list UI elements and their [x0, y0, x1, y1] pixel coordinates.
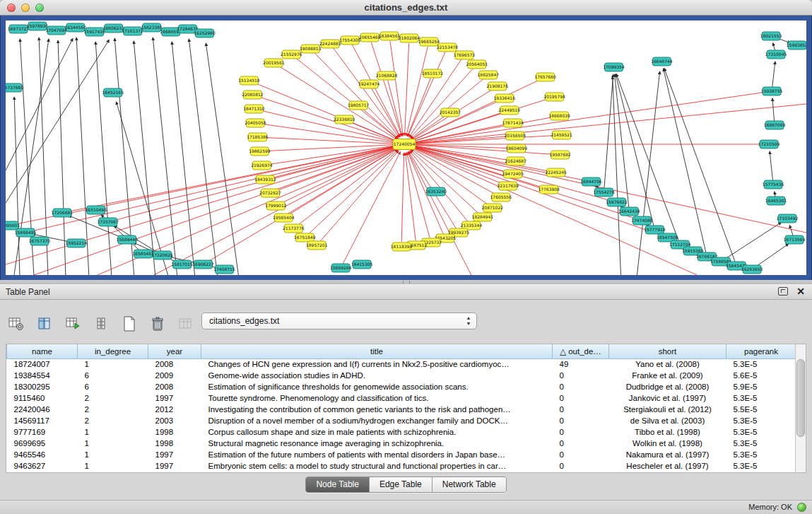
graph-node[interactable]: 17871434 [502, 119, 524, 127]
graph-node[interactable]: 16415305 [351, 260, 373, 269]
graph-node[interactable]: 18604099 [506, 144, 528, 153]
table-scrollbar-thumb[interactable] [796, 359, 805, 437]
graph-node[interactable]: 16465301 [765, 197, 787, 205]
graph-node[interactable]: 16510496 [86, 206, 107, 214]
table-row[interactable]: 969969511998Structural magnetic resonanc… [7, 438, 796, 449]
graph-node[interactable]: 19565404 [273, 214, 295, 222]
graph-node[interactable]: 16757370 [29, 237, 51, 245]
row-tools-icon[interactable] [92, 315, 110, 333]
graph-node[interactable]: 22449518 [499, 106, 521, 115]
graph-node[interactable]: 18510172 [422, 69, 444, 78]
graph-node[interactable]: 17474080 [631, 216, 653, 225]
graph-node[interactable]: 19472405 [502, 170, 524, 178]
graph-node[interactable]: 15952214 [66, 239, 88, 247]
graph-node[interactable]: 15866495 [15, 228, 37, 237]
graph-node[interactable]: 17210509 [758, 140, 780, 148]
graph-node[interactable]: 18957201 [306, 241, 328, 250]
table-row[interactable]: 946554611997Estimation of the future num… [7, 449, 796, 460]
float-panel-icon[interactable] [778, 287, 788, 296]
graph-node[interactable]: 20564051 [466, 60, 488, 69]
graph-node[interactable]: 20405058 [245, 119, 266, 127]
table-row[interactable]: 977716911998Corpus callosum shape and si… [7, 426, 796, 438]
table-options-icon[interactable] [7, 315, 25, 333]
graph-node[interactable]: 22424883 [319, 40, 341, 48]
graph-node[interactable]: 17999012 [265, 201, 287, 210]
graph-node[interactable]: 16252980 [194, 29, 216, 37]
graph-node[interactable]: 15938755 [761, 87, 783, 95]
graph-node[interactable]: 22336810 [334, 115, 355, 124]
graph-node[interactable]: 16021553 [760, 32, 782, 40]
graph-node[interactable]: 18439313 [254, 175, 276, 184]
graph-node[interactable]: 22060812 [242, 90, 264, 99]
graph-node[interactable]: 16642438 [618, 207, 640, 216]
delete-table-icon[interactable] [148, 315, 167, 333]
graph-node[interactable]: 17357067 [98, 218, 119, 226]
graph-node[interactable]: 15689440 [116, 235, 138, 244]
network-canvas[interactable]: 1513451822060812184713102040505817185386… [6, 21, 806, 275]
graph-node[interactable]: 22153478 [437, 43, 459, 52]
graph-node[interactable]: 21552976 [281, 50, 302, 59]
splitter-grip[interactable] [403, 281, 410, 284]
table-row[interactable]: 1456911722003Disruption of a novel membe… [7, 415, 796, 426]
graph-node[interactable]: 17605556 [490, 193, 512, 201]
graph-node[interactable]: 16648744 [651, 57, 673, 66]
tab-network-table[interactable]: Network Table [433, 477, 506, 492]
table-scrollbar[interactable] [795, 344, 806, 473]
graph-node[interactable]: 17310045 [765, 50, 787, 59]
graph-node[interactable]: 19587682 [549, 151, 571, 159]
graph-node[interactable]: 15775436 [763, 180, 784, 189]
graph-node[interactable]: 22317639 [498, 182, 519, 190]
new-table-icon[interactable] [120, 315, 139, 333]
graph-node[interactable]: 20655469 [359, 33, 381, 42]
graph-node[interactable]: 15817015 [171, 260, 193, 269]
graph-node[interactable]: 17554278 [593, 188, 615, 197]
graph-node[interactable]: 20019561 [263, 59, 285, 67]
graph-node[interactable]: 17103492 [777, 214, 799, 223]
table-row[interactable]: 946362711997Embryonic stem cells: a mode… [7, 460, 796, 472]
graph-node[interactable]: 16353240 [425, 187, 447, 196]
column-header-2[interactable]: year [148, 344, 201, 358]
table-row[interactable]: 1830029562008Estimation of significance … [7, 381, 796, 392]
column-header-5[interactable]: short [609, 344, 726, 358]
tab-edge-table[interactable]: Edge Table [370, 477, 433, 492]
graph-node[interactable]: 15699284 [330, 264, 352, 272]
table-row[interactable]: 2242004622012Investigating the contribut… [7, 404, 796, 415]
tab-node-table[interactable]: Node Table [306, 477, 370, 492]
graph-node[interactable]: 20195798 [543, 93, 565, 101]
hub-node[interactable]: 17240054 [393, 139, 416, 150]
graph-node[interactable]: 17206681 [52, 209, 73, 217]
graph-node[interactable]: 17763908 [538, 185, 560, 194]
graph-node[interactable]: 17408715 [213, 265, 235, 274]
table-row[interactable]: 1938455462009Genome-wide association stu… [7, 370, 796, 381]
show-columns-icon[interactable] [35, 315, 54, 333]
graph-node[interactable]: 17657660 [534, 73, 556, 81]
table-row[interactable]: 1872400712008Changes of HCN gene express… [7, 358, 796, 370]
graph-node[interactable]: 17696573 [454, 51, 476, 59]
graph-node[interactable]: 18118394 [391, 243, 413, 251]
graph-node[interactable]: 21173776 [283, 224, 305, 233]
column-header-1[interactable]: in_degree [78, 344, 148, 358]
graph-node[interactable]: 15993852 [787, 41, 806, 49]
graph-node[interactable]: 17220628 [151, 251, 173, 259]
graph-node[interactable]: 15737660 [6, 83, 23, 92]
graph-node[interactable]: 15976822 [606, 198, 628, 206]
graph-node[interactable]: 18384561 [379, 32, 401, 40]
import-table-icon[interactable] [64, 315, 82, 333]
graph-node[interactable]: 20871022 [482, 204, 504, 212]
graph-node[interactable]: 21624687 [505, 157, 527, 165]
graph-node[interactable]: 15777918 [644, 226, 666, 234]
column-header-6[interactable]: pagerank [726, 344, 796, 358]
graph-node[interactable]: 18471310 [243, 105, 265, 113]
graph-node[interactable]: 16713569 [784, 235, 806, 244]
graph-node[interactable]: 16283650 [741, 265, 763, 274]
graph-node[interactable]: 20732627 [259, 189, 281, 197]
graph-node[interactable]: 16887069 [764, 121, 786, 129]
graph-node[interactable]: 18668039 [548, 112, 570, 120]
graph-node[interactable]: 20356508 [505, 132, 526, 140]
graph-node[interactable]: 16452165 [102, 88, 124, 97]
table-row[interactable]: 911546021997Tourette syndrome. Phenomeno… [7, 392, 796, 404]
graph-node[interactable]: 18825847 [478, 71, 500, 79]
graph-node[interactable]: 19336416 [494, 94, 516, 103]
network-graph[interactable]: 1513451822060812184713102040505817185386… [6, 21, 806, 275]
graph-node[interactable]: 19247474 [358, 80, 380, 88]
